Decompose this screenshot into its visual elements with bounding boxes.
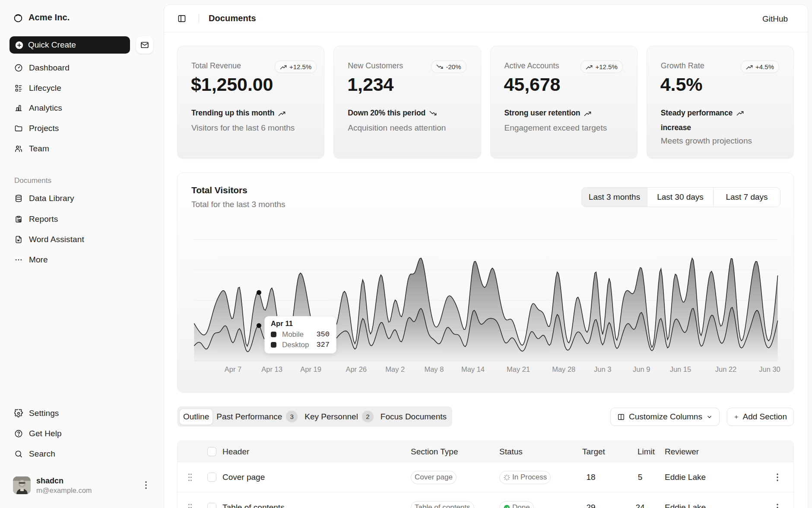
svg-text:Apr 19: Apr 19 (300, 365, 321, 373)
svg-text:Jun 9: Jun 9 (633, 365, 650, 373)
svg-text:May 14: May 14 (461, 365, 485, 373)
svg-text:Apr 7: Apr 7 (225, 365, 241, 373)
svg-text:May 21: May 21 (507, 365, 530, 373)
svg-text:Apr 13: Apr 13 (261, 365, 282, 373)
svg-text:Jun 30: Jun 30 (759, 365, 780, 373)
svg-text:Jun 15: Jun 15 (670, 365, 691, 373)
svg-text:Jun 22: Jun 22 (715, 365, 737, 373)
svg-text:May 2: May 2 (385, 365, 405, 373)
svg-text:Jun 3: Jun 3 (594, 365, 611, 373)
svg-text:May 28: May 28 (552, 365, 575, 373)
svg-text:May 8: May 8 (424, 365, 444, 373)
svg-text:Apr 26: Apr 26 (346, 365, 367, 373)
